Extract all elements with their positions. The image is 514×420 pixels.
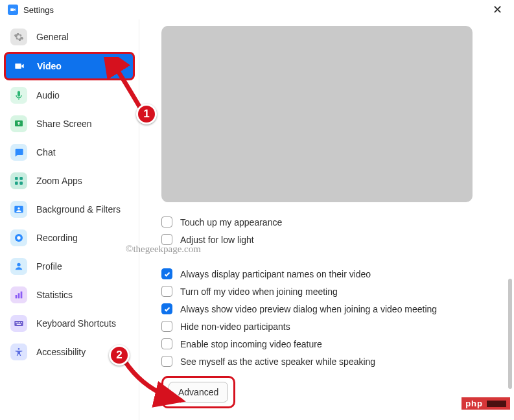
sidebar-item-background-filters[interactable]: Background & Filters	[4, 196, 135, 223]
option-row: Touch up my appearance	[161, 216, 496, 228]
svg-rect-17	[21, 322, 21, 323]
sidebar-item-label: Chat	[36, 147, 56, 158]
svg-point-19	[18, 348, 20, 350]
apps-icon	[10, 172, 27, 189]
svg-rect-10	[16, 295, 18, 298]
svg-rect-1	[15, 177, 18, 180]
checkbox-label: See myself as the active speaker while s…	[180, 356, 375, 367]
rec-icon	[10, 229, 27, 246]
video-preview	[161, 26, 473, 202]
sidebar-item-chat[interactable]: Chat	[4, 139, 135, 166]
checkbox[interactable]	[161, 268, 172, 279]
checkbox-label: Enable stop incoming video feature	[180, 339, 322, 349]
sidebar-item-profile[interactable]: Profile	[4, 253, 135, 280]
svg-rect-18	[17, 324, 21, 325]
option-row: Always display participant names on thei…	[161, 268, 496, 279]
annotation-badge-1: 1	[136, 104, 157, 124]
sidebar-item-label: Keyboard Shortcuts	[36, 318, 116, 329]
watermark: ©thegeekpage.com	[126, 244, 201, 255]
option-row: Hide non-video participants	[161, 321, 496, 332]
checkbox[interactable]	[161, 321, 172, 332]
annotation-badge-2: 2	[109, 345, 130, 366]
svg-rect-14	[16, 322, 16, 323]
close-icon[interactable]: ✕	[489, 3, 506, 17]
chat-icon	[10, 144, 27, 161]
footer-badge: php	[461, 397, 510, 410]
svg-rect-11	[18, 293, 20, 298]
svg-rect-2	[19, 177, 23, 180]
sidebar-item-label: General	[36, 32, 69, 42]
checkbox[interactable]	[161, 286, 172, 297]
option-row: Enable stop incoming video feature	[161, 338, 496, 349]
sidebar-item-statistics[interactable]: Statistics	[4, 281, 135, 309]
keyboard-icon	[10, 315, 27, 332]
checkbox[interactable]	[161, 216, 172, 228]
sidebar-item-label: Statistics	[36, 290, 73, 300]
checkbox[interactable]	[161, 338, 172, 349]
checkbox-label: Hide non-video participants	[180, 321, 290, 332]
share-icon	[10, 115, 27, 132]
sidebar-item-label: Profile	[36, 261, 62, 272]
svg-point-6	[18, 207, 19, 209]
svg-rect-15	[18, 322, 18, 323]
sidebar-item-recording[interactable]: Recording	[4, 224, 135, 251]
svg-rect-16	[19, 322, 20, 323]
access-icon	[10, 344, 27, 360]
sidebar-item-label: Background & Filters	[36, 204, 121, 215]
svg-rect-13	[14, 321, 23, 326]
option-row: Adjust for low light	[161, 234, 496, 245]
sidebar-item-label: Accessibility	[36, 347, 86, 357]
svg-rect-12	[21, 292, 23, 299]
svg-rect-3	[15, 181, 18, 185]
svg-rect-4	[19, 181, 23, 185]
scrollbar[interactable]	[508, 279, 512, 389]
profile-icon	[10, 258, 27, 275]
sidebar-item-label: Zoom Apps	[36, 176, 82, 186]
gear-icon	[10, 29, 27, 45]
svg-point-8	[17, 236, 20, 239]
sidebar-item-label: Audio	[36, 90, 60, 100]
checkbox-label: Touch up my appearance	[180, 217, 282, 228]
sidebar-item-general[interactable]: General	[4, 23, 135, 51]
sidebar-item-label: Share Screen	[36, 119, 92, 129]
audio-icon	[10, 87, 27, 104]
sidebar-item-label: Video	[37, 61, 62, 71]
sidebar-item-zoom-apps[interactable]: Zoom Apps	[4, 167, 135, 194]
content-panel: Touch up my appearanceAdjust for low lig…	[139, 19, 514, 420]
annotation-arrow-2	[120, 356, 191, 408]
checkbox-label: Always show video preview dialog when jo…	[180, 304, 437, 314]
option-row: Always show video preview dialog when jo…	[161, 303, 496, 314]
sidebar-item-label: Recording	[36, 233, 78, 243]
bg-icon	[10, 201, 27, 218]
checkbox[interactable]	[161, 303, 172, 314]
video-icon	[11, 58, 28, 75]
sidebar-item-keyboard-shortcuts[interactable]: Keyboard Shortcuts	[4, 310, 135, 337]
checkbox-label: Turn off my video when joining meeting	[180, 286, 338, 297]
window-title: Settings	[23, 5, 54, 15]
svg-point-9	[17, 263, 20, 266]
option-row: Turn off my video when joining meeting	[161, 286, 496, 297]
checkbox-label: Always display participant names on thei…	[180, 269, 371, 279]
option-row: See myself as the active speaker while s…	[161, 356, 496, 367]
stats-icon	[10, 286, 27, 303]
titlebar: Settings ✕	[0, 0, 514, 19]
app-icon	[8, 5, 18, 15]
